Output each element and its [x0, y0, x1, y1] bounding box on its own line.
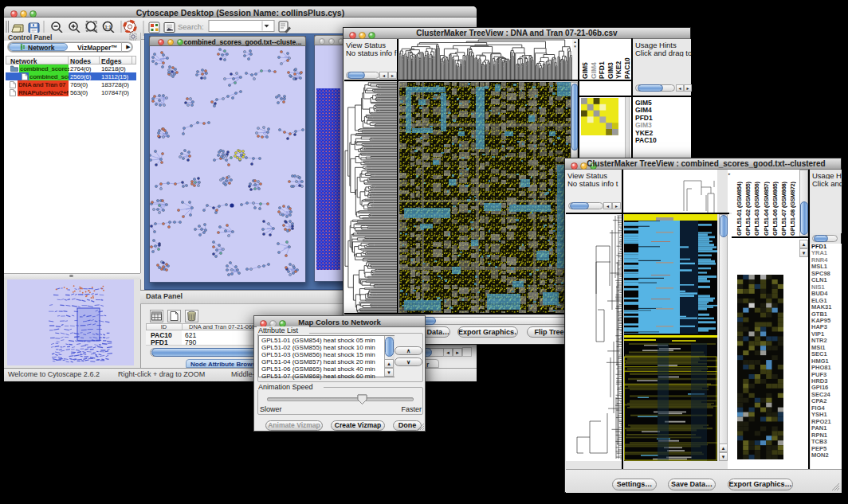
svg-text:1:1: 1:1: [105, 25, 112, 29]
svg-text:Search:: Search:: [178, 22, 204, 31]
